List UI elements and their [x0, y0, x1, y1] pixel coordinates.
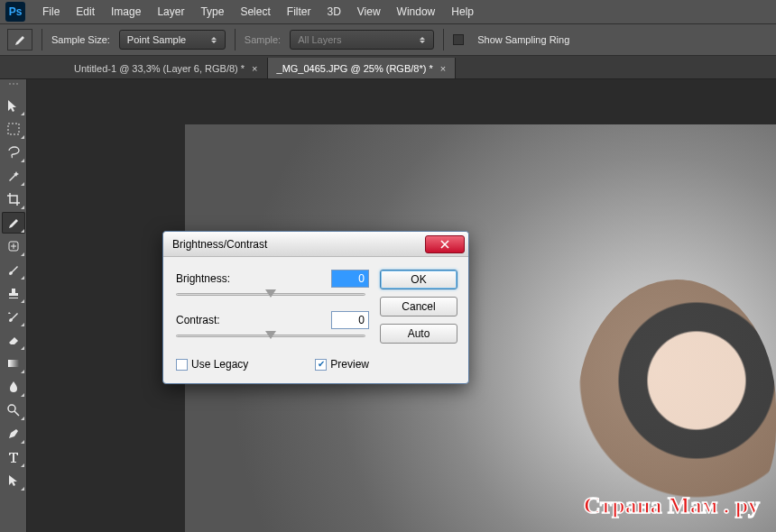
- menu-filter[interactable]: Filter: [279, 2, 319, 22]
- contrast-input[interactable]: [331, 311, 369, 329]
- chevron-updown-icon: [419, 37, 426, 43]
- document-tab-bar: Untitled-1 @ 33,3% (Layer 6, RGB/8) * × …: [0, 56, 776, 79]
- tool-eraser[interactable]: [2, 329, 25, 351]
- menu-view[interactable]: View: [349, 2, 389, 22]
- canvas-area[interactable]: Страна Мам . ру Brightness/Contrast Brig…: [27, 79, 776, 532]
- chevron-updown-icon: [210, 37, 217, 43]
- use-legacy-option[interactable]: Use Legacy: [176, 358, 248, 371]
- tool-blur[interactable]: [2, 376, 25, 398]
- ok-button[interactable]: OK: [380, 270, 457, 289]
- tool-type[interactable]: [2, 446, 25, 468]
- auto-button[interactable]: Auto: [380, 324, 457, 344]
- options-bar: Sample Size: Point Sample Sample: All La…: [0, 23, 776, 56]
- tool-history-brush[interactable]: [2, 306, 25, 327]
- show-ring-label: Show Sampling Ring: [477, 34, 569, 45]
- contrast-slider[interactable]: [176, 331, 365, 342]
- tool-lasso[interactable]: [2, 142, 25, 163]
- menu-window[interactable]: Window: [389, 2, 444, 22]
- sample-dropdown[interactable]: All Layers: [290, 30, 434, 50]
- menu-3d[interactable]: 3D: [319, 2, 348, 22]
- document-tab-label: Untitled-1 @ 33,3% (Layer 6, RGB/8) *: [74, 63, 245, 74]
- preview-option[interactable]: Preview: [315, 358, 369, 371]
- use-legacy-label: Use Legacy: [191, 358, 248, 371]
- tool-gradient[interactable]: [2, 353, 25, 374]
- menu-file[interactable]: File: [34, 2, 68, 22]
- tool-marquee[interactable]: [2, 118, 25, 140]
- brightness-slider[interactable]: [176, 289, 365, 300]
- tool-stamp[interactable]: [2, 282, 25, 304]
- menu-image[interactable]: Image: [103, 2, 149, 22]
- close-icon: [440, 240, 449, 249]
- brightness-input[interactable]: [331, 270, 369, 288]
- dialog-close-button[interactable]: [425, 235, 465, 253]
- svg-rect-2: [8, 360, 19, 367]
- menu-type[interactable]: Type: [192, 2, 232, 22]
- tool-move[interactable]: [2, 95, 25, 116]
- document-tab-label: _MG_0465.JPG @ 25% (RGB/8*) *: [277, 63, 433, 74]
- sample-label: Sample:: [245, 34, 281, 45]
- use-legacy-checkbox[interactable]: [176, 359, 188, 371]
- document-tab[interactable]: _MG_0465.JPG @ 25% (RGB/8*) * ×: [268, 58, 457, 78]
- brightness-contrast-dialog: Brightness/Contrast Brightness:: [162, 231, 469, 384]
- close-icon[interactable]: ×: [440, 63, 446, 74]
- menu-layer[interactable]: Layer: [149, 2, 192, 22]
- close-icon[interactable]: ×: [252, 63, 257, 74]
- brightness-label: Brightness:: [176, 272, 257, 285]
- tools-panel: [0, 79, 27, 532]
- sample-value: All Layers: [298, 34, 341, 45]
- menu-help[interactable]: Help: [443, 2, 482, 22]
- document-tab[interactable]: Untitled-1 @ 33,3% (Layer 6, RGB/8) * ×: [65, 58, 268, 78]
- tool-crop[interactable]: [2, 188, 25, 210]
- tool-wand[interactable]: [2, 165, 25, 187]
- tool-pen[interactable]: [2, 423, 25, 445]
- menu-bar: Ps File Edit Image Layer Type Select Fil…: [0, 0, 776, 23]
- dialog-title: Brightness/Contrast: [172, 238, 267, 251]
- app-logo: Ps: [5, 2, 25, 22]
- svg-rect-0: [8, 124, 19, 134]
- menu-edit[interactable]: Edit: [68, 2, 103, 22]
- preview-label: Preview: [330, 358, 369, 371]
- divider: [42, 29, 42, 50]
- dialog-titlebar[interactable]: Brightness/Contrast: [163, 232, 468, 257]
- show-ring-checkbox[interactable]: [453, 34, 464, 45]
- eyedropper-icon: [13, 32, 27, 47]
- tool-dodge[interactable]: [2, 399, 25, 421]
- slider-thumb-icon[interactable]: [265, 289, 276, 298]
- svg-point-3: [8, 405, 15, 412]
- sample-size-value: Point Sample: [127, 34, 186, 45]
- tool-heal[interactable]: [2, 235, 25, 257]
- divider: [443, 29, 444, 50]
- panel-grip-icon[interactable]: [3, 83, 24, 90]
- divider: [235, 29, 236, 50]
- sample-size-dropdown[interactable]: Point Sample: [119, 30, 226, 50]
- tool-path-select[interactable]: [2, 470, 25, 491]
- tool-eyedropper[interactable]: [2, 212, 25, 234]
- sample-size-label: Sample Size:: [51, 34, 110, 45]
- tool-brush[interactable]: [2, 259, 25, 280]
- preview-checkbox[interactable]: [315, 359, 327, 371]
- active-tool-preview[interactable]: [7, 29, 32, 50]
- slider-thumb-icon[interactable]: [265, 331, 276, 339]
- workspace: Страна Мам . ру Brightness/Contrast Brig…: [0, 79, 776, 532]
- contrast-label: Contrast:: [176, 314, 257, 326]
- watermark-text: Страна Мам . ру: [584, 492, 760, 519]
- menu-select[interactable]: Select: [232, 2, 278, 22]
- cancel-button[interactable]: Cancel: [380, 297, 457, 316]
